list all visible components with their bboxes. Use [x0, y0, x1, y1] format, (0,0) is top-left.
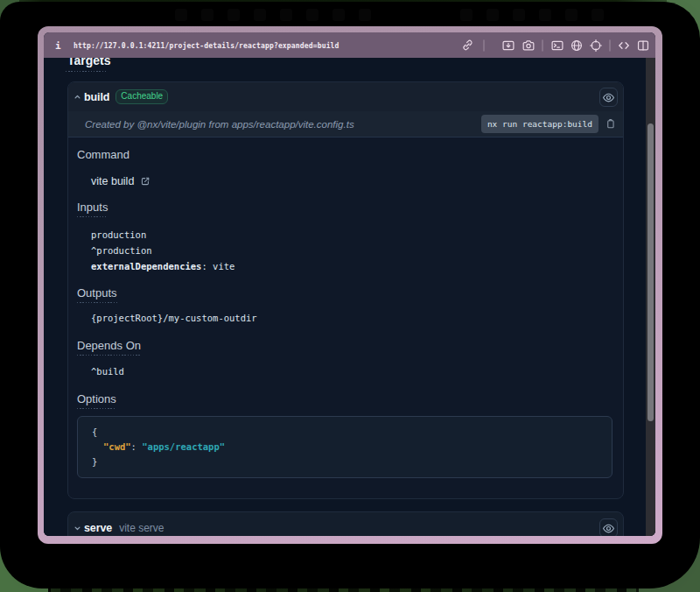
screenshot-save-icon[interactable] [502, 39, 515, 52]
view-target-button[interactable] [599, 88, 618, 107]
json-line-open: { [92, 425, 612, 440]
target-meta-row: Created by @nx/vite/plugin from apps/rea… [68, 111, 623, 137]
command-value: vite build [91, 176, 150, 187]
dimmed-icon [306, 9, 318, 21]
input-item: production [91, 229, 146, 241]
titlebar-divider [542, 39, 543, 51]
code-icon[interactable] [618, 39, 631, 52]
page-title: Targets [67, 58, 111, 67]
chevron-down-icon [73, 524, 82, 533]
section-label-outputs: Outputs [77, 287, 117, 303]
info-icon: i [55, 39, 61, 51]
link-icon[interactable] [461, 39, 474, 52]
target-header-serve[interactable]: serve vite serve [68, 512, 623, 536]
terminal-icon[interactable] [551, 39, 564, 52]
preview-window: i http://127.0.0.1:4211/project-details/… [38, 26, 662, 544]
dimmed-toolbar-icons [175, 9, 604, 21]
json-key: "cwd" [103, 441, 131, 452]
titlebar-divider [610, 39, 611, 51]
dimmed-icon [486, 9, 499, 21]
section-label-command: Command [77, 149, 130, 160]
view-target-button[interactable] [599, 518, 618, 536]
scrollbar-thumb[interactable] [648, 123, 654, 421]
dimmed-icon [460, 9, 472, 21]
created-by-text: Created by @nx/vite/plugin from apps/rea… [85, 119, 354, 130]
target-header-build[interactable]: build Cacheable [68, 82, 623, 111]
dimmed-icon [565, 9, 578, 21]
input-item-external-deps: externalDependencies: vite [91, 261, 234, 272]
dimmed-icon [539, 9, 551, 21]
dimmed-toolbar-gap [385, 9, 446, 21]
crosshair-icon[interactable] [590, 39, 603, 52]
scrollbar-track[interactable] [646, 58, 655, 536]
json-line-cwd: "cwd": "apps/reactapp" [92, 440, 612, 455]
dimmed-icon [359, 9, 371, 21]
dimmed-icon [228, 9, 240, 21]
globe-icon[interactable] [570, 39, 584, 52]
window-titlebar: i http://127.0.0.1:4211/project-details/… [44, 32, 655, 58]
copy-icon[interactable] [606, 118, 616, 130]
url-address[interactable]: http://127.0.0.1:4211/project-details/re… [74, 41, 340, 49]
target-subtitle-serve: vite serve [119, 522, 164, 534]
target-name-build: build [84, 91, 109, 103]
page-viewport: Targets build Cacheable [44, 58, 655, 536]
page-title-underline [66, 71, 108, 72]
options-json-block: { "cwd": "apps/reactapp" } [77, 416, 612, 478]
window-body: i http://127.0.0.1:4211/project-details/… [44, 32, 655, 536]
section-label-inputs: Inputs [77, 201, 108, 217]
input-item: ^production [91, 245, 152, 257]
depends-on-item: ^build [91, 366, 124, 377]
dimmed-icon [201, 9, 214, 21]
cacheable-badge: Cacheable [116, 89, 168, 105]
output-item: {projectRoot}/my-custom-outdir [91, 313, 257, 324]
command-text: vite build [91, 176, 134, 187]
target-name-serve: serve [84, 522, 112, 534]
project-details-page: Targets build Cacheable [44, 58, 646, 536]
json-value: "apps/reactapp" [142, 441, 225, 452]
external-link-icon[interactable] [140, 176, 150, 187]
external-deps-value: : vite [201, 261, 234, 271]
split-columns-icon[interactable] [637, 39, 650, 52]
json-line-close: } [92, 455, 612, 469]
external-deps-key: externalDependencies [91, 261, 201, 271]
section-label-depends-on: Depends On [77, 340, 141, 356]
camera-icon[interactable] [522, 39, 536, 52]
section-label-options: Options [77, 393, 116, 409]
dimmed-icon [592, 9, 604, 21]
dimmed-icon [254, 9, 266, 21]
titlebar-divider [484, 39, 485, 51]
dimmed-icon [513, 9, 525, 21]
dimmed-icon [332, 9, 345, 21]
run-command-chip[interactable]: nx run reactapp:build [481, 115, 598, 133]
chevron-up-icon [73, 92, 82, 102]
target-card-serve: serve vite serve [67, 511, 624, 536]
dimmed-icon [175, 9, 187, 21]
json-colon: : [131, 441, 143, 452]
dimmed-icon [280, 9, 292, 21]
